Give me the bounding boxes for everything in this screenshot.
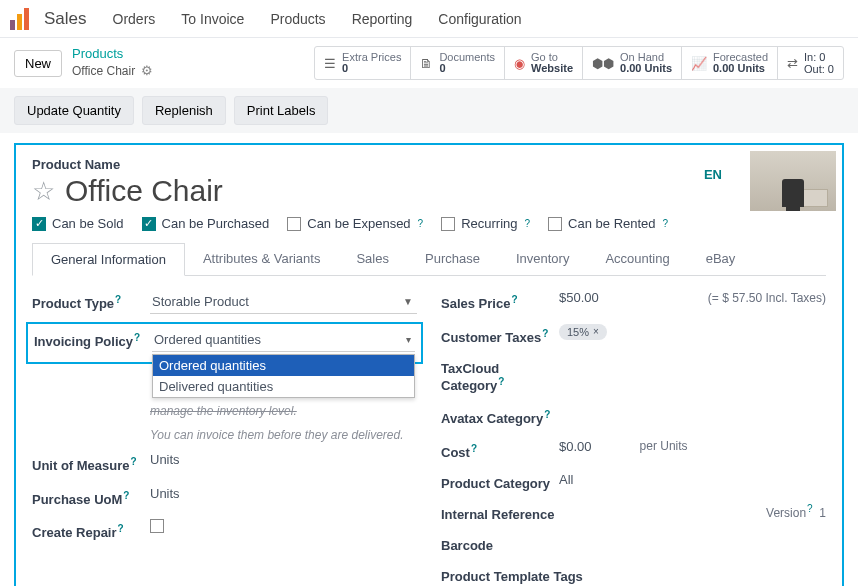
tab-sales[interactable]: Sales bbox=[338, 243, 407, 275]
top-nav: Sales Orders To Invoice Products Reporti… bbox=[0, 0, 858, 38]
stat-goto-website[interactable]: ◉ Go toWebsite bbox=[505, 47, 583, 79]
nav-reporting[interactable]: Reporting bbox=[342, 11, 423, 27]
tab-accounting[interactable]: Accounting bbox=[587, 243, 687, 275]
can-be-rented-checkbox[interactable]: Can be Rented? bbox=[548, 216, 668, 231]
replenish-button[interactable]: Replenish bbox=[142, 96, 226, 125]
internal-reference-label: Internal Reference bbox=[441, 507, 554, 522]
list-icon: ☰ bbox=[324, 56, 336, 71]
document-icon: 🗎 bbox=[420, 56, 433, 71]
nav-products[interactable]: Products bbox=[260, 11, 335, 27]
nav-orders[interactable]: Orders bbox=[103, 11, 166, 27]
tab-purchase[interactable]: Purchase bbox=[407, 243, 498, 275]
invoicing-option-delivered[interactable]: Delivered quantities bbox=[153, 376, 414, 397]
create-repair-label: Create Repair bbox=[32, 525, 117, 540]
tab-attributes-variants[interactable]: Attributes & Variants bbox=[185, 243, 339, 275]
remove-tag-icon[interactable]: × bbox=[593, 326, 599, 337]
invoicing-policy-label: Invoicing Policy bbox=[34, 335, 133, 350]
version-value: 1 bbox=[819, 506, 826, 520]
globe-icon: ◉ bbox=[514, 56, 525, 71]
caret-down-icon: ▾ bbox=[406, 334, 411, 345]
helper-text-strike: manage the inventory level. bbox=[150, 404, 417, 418]
product-name[interactable]: Office Chair bbox=[65, 174, 223, 208]
cost-unit: per Units bbox=[640, 439, 688, 453]
sales-price-value[interactable]: $50.00 bbox=[559, 290, 599, 305]
recurring-checkbox[interactable]: Recurring? bbox=[441, 216, 530, 231]
stat-buttons: ☰ Extra Prices0 🗎 Documents0 ◉ Go toWebs… bbox=[314, 46, 844, 80]
breadcrumb: Products Office Chair ⚙ bbox=[72, 46, 153, 80]
helper-text: You can invoice them before they are del… bbox=[150, 428, 417, 442]
customer-tax-tag[interactable]: 15%× bbox=[559, 324, 607, 340]
left-column: Product Type? Storable Product▼ Invoicin… bbox=[32, 290, 417, 584]
version-label: Version bbox=[766, 506, 806, 520]
boxes-icon: ⬢⬢ bbox=[592, 56, 614, 71]
unit-of-measure-label: Unit of Measure bbox=[32, 459, 130, 474]
action-bar: Update Quantity Replenish Print Labels bbox=[0, 88, 858, 133]
product-image[interactable] bbox=[750, 151, 836, 211]
taxcloud-category-label: TaxCloud Category bbox=[441, 361, 499, 393]
chart-icon: 📈 bbox=[691, 56, 707, 71]
product-category-value[interactable]: All bbox=[559, 472, 573, 487]
breadcrumb-parent[interactable]: Products bbox=[72, 46, 153, 63]
language-badge[interactable]: EN bbox=[704, 167, 722, 182]
cost-value[interactable]: $0.00 bbox=[559, 439, 592, 454]
barcode-label: Barcode bbox=[441, 538, 493, 553]
purchase-uom-label: Purchase UoM bbox=[32, 492, 122, 507]
tab-general-information[interactable]: General Information bbox=[32, 243, 185, 276]
app-title[interactable]: Sales bbox=[44, 9, 87, 29]
product-type-select[interactable]: Storable Product▼ bbox=[150, 290, 417, 314]
stat-on-hand[interactable]: ⬢⬢ On Hand0.00 Units bbox=[583, 47, 682, 79]
tabs: General Information Attributes & Variant… bbox=[32, 243, 826, 276]
product-template-tags-label: Product Template Tags bbox=[441, 569, 583, 584]
sales-price-incl: (= $ 57.50 Incl. Taxes) bbox=[708, 291, 826, 305]
unit-of-measure-value[interactable]: Units bbox=[150, 452, 180, 467]
invoicing-option-ordered[interactable]: Ordered quantities bbox=[153, 355, 414, 376]
purchase-uom-value[interactable]: Units bbox=[150, 486, 180, 501]
app-logo-icon bbox=[10, 8, 32, 30]
create-repair-checkbox[interactable] bbox=[150, 519, 164, 533]
caret-down-icon: ▼ bbox=[403, 296, 413, 307]
favorite-star-icon[interactable]: ☆ bbox=[32, 176, 55, 207]
cost-label: Cost bbox=[441, 445, 470, 460]
customer-taxes-label: Customer Taxes bbox=[441, 330, 541, 345]
stat-extra-prices[interactable]: ☰ Extra Prices0 bbox=[315, 47, 411, 79]
stat-documents[interactable]: 🗎 Documents0 bbox=[411, 47, 505, 79]
invoicing-policy-select[interactable]: Ordered quantities▾ bbox=[152, 328, 415, 352]
transfer-icon: ⇄ bbox=[787, 56, 798, 71]
update-quantity-button[interactable]: Update Quantity bbox=[14, 96, 134, 125]
gear-icon[interactable]: ⚙ bbox=[141, 63, 153, 80]
stat-forecasted[interactable]: 📈 Forecasted0.00 Units bbox=[682, 47, 778, 79]
print-labels-button[interactable]: Print Labels bbox=[234, 96, 329, 125]
can-be-purchased-checkbox[interactable]: ✓Can be Purchased bbox=[142, 216, 270, 231]
avatax-category-label: Avatax Category bbox=[441, 412, 543, 427]
can-be-sold-checkbox[interactable]: ✓Can be Sold bbox=[32, 216, 124, 231]
tab-inventory[interactable]: Inventory bbox=[498, 243, 587, 275]
invoicing-policy-dropdown: Ordered quantities Delivered quantities bbox=[152, 354, 415, 398]
new-button[interactable]: New bbox=[14, 50, 62, 77]
tab-ebay[interactable]: eBay bbox=[688, 243, 754, 275]
nav-configuration[interactable]: Configuration bbox=[428, 11, 531, 27]
stat-in-out[interactable]: ⇄ In: 0Out: 0 bbox=[778, 47, 843, 79]
product-category-label: Product Category bbox=[441, 476, 550, 491]
breadcrumb-current: Office Chair bbox=[72, 64, 135, 80]
control-bar: New Products Office Chair ⚙ ☰ Extra Pric… bbox=[0, 38, 858, 88]
nav-to-invoice[interactable]: To Invoice bbox=[171, 11, 254, 27]
product-form: Product Name ☆ Office Chair EN ✓Can be S… bbox=[14, 143, 844, 586]
product-type-label: Product Type bbox=[32, 297, 114, 312]
right-column: Sales Price? $50.00(= $ 57.50 Incl. Taxe… bbox=[441, 290, 826, 584]
sales-price-label: Sales Price bbox=[441, 297, 510, 312]
can-be-expensed-checkbox[interactable]: Can be Expensed? bbox=[287, 216, 423, 231]
